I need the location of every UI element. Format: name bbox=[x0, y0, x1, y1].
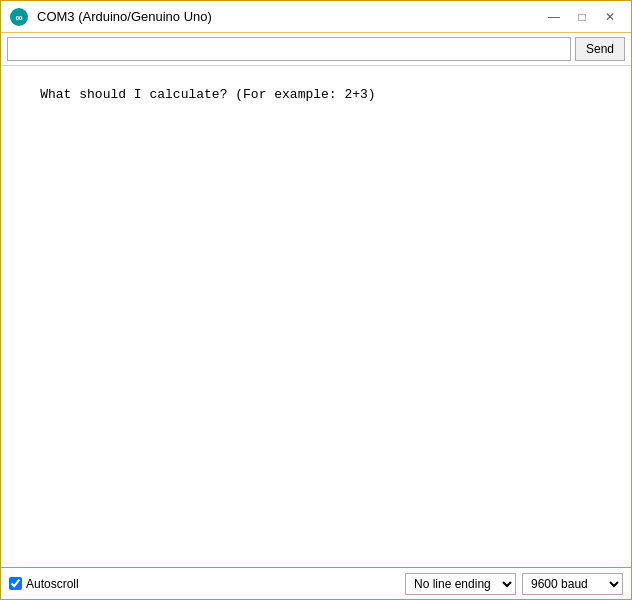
close-button[interactable]: ✕ bbox=[597, 6, 623, 28]
autoscroll-checkbox[interactable] bbox=[9, 577, 22, 590]
maximize-button[interactable]: □ bbox=[569, 6, 595, 28]
arduino-logo-icon: ∞ bbox=[9, 7, 29, 27]
window-title: COM3 (Arduino/Genuino Uno) bbox=[37, 9, 212, 24]
serial-input[interactable] bbox=[7, 37, 571, 61]
title-bar: ∞ COM3 (Arduino/Genuino Uno) — □ ✕ bbox=[1, 1, 631, 33]
send-button[interactable]: Send bbox=[575, 37, 625, 61]
autoscroll-label[interactable]: Autoscroll bbox=[26, 577, 79, 591]
title-bar-left: ∞ COM3 (Arduino/Genuino Uno) bbox=[9, 7, 212, 27]
status-right: No line ending Newline Carriage return B… bbox=[405, 573, 623, 595]
serial-output-text: What should I calculate? (For example: 2… bbox=[40, 87, 375, 102]
title-bar-controls: — □ ✕ bbox=[541, 6, 623, 28]
line-ending-select[interactable]: No line ending Newline Carriage return B… bbox=[405, 573, 516, 595]
status-bar: Autoscroll No line ending Newline Carria… bbox=[1, 567, 631, 599]
main-window: ∞ COM3 (Arduino/Genuino Uno) — □ ✕ Send … bbox=[0, 0, 632, 600]
autoscroll-container: Autoscroll bbox=[9, 577, 79, 591]
svg-text:∞: ∞ bbox=[15, 12, 22, 23]
baud-rate-select[interactable]: 300 baud 1200 baud 2400 baud 4800 baud 9… bbox=[522, 573, 623, 595]
input-bar: Send bbox=[1, 33, 631, 66]
serial-output: What should I calculate? (For example: 2… bbox=[1, 66, 631, 567]
minimize-button[interactable]: — bbox=[541, 6, 567, 28]
